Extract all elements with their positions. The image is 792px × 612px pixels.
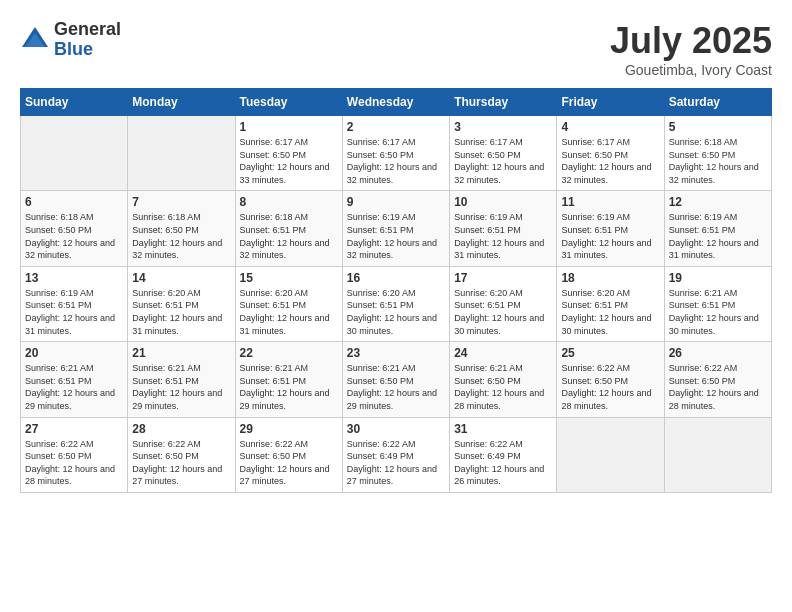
day-info: Sunrise: 6:17 AMSunset: 6:50 PMDaylight:… [240, 136, 338, 186]
calendar-week: 20Sunrise: 6:21 AMSunset: 6:51 PMDayligh… [21, 342, 772, 417]
day-info: Sunrise: 6:21 AMSunset: 6:51 PMDaylight:… [240, 362, 338, 412]
day-number: 12 [669, 195, 767, 209]
calendar-cell: 9Sunrise: 6:19 AMSunset: 6:51 PMDaylight… [342, 191, 449, 266]
calendar-cell: 4Sunrise: 6:17 AMSunset: 6:50 PMDaylight… [557, 116, 664, 191]
day-number: 20 [25, 346, 123, 360]
day-number: 25 [561, 346, 659, 360]
day-number: 7 [132, 195, 230, 209]
day-number: 16 [347, 271, 445, 285]
calendar-cell: 14Sunrise: 6:20 AMSunset: 6:51 PMDayligh… [128, 266, 235, 341]
day-info: Sunrise: 6:22 AMSunset: 6:50 PMDaylight:… [25, 438, 123, 488]
calendar-cell [557, 417, 664, 492]
day-info: Sunrise: 6:22 AMSunset: 6:49 PMDaylight:… [454, 438, 552, 488]
calendar-cell: 5Sunrise: 6:18 AMSunset: 6:50 PMDaylight… [664, 116, 771, 191]
calendar-cell: 20Sunrise: 6:21 AMSunset: 6:51 PMDayligh… [21, 342, 128, 417]
day-number: 2 [347, 120, 445, 134]
day-number: 15 [240, 271, 338, 285]
day-number: 30 [347, 422, 445, 436]
calendar-cell: 10Sunrise: 6:19 AMSunset: 6:51 PMDayligh… [450, 191, 557, 266]
calendar-cell: 1Sunrise: 6:17 AMSunset: 6:50 PMDaylight… [235, 116, 342, 191]
calendar-cell: 17Sunrise: 6:20 AMSunset: 6:51 PMDayligh… [450, 266, 557, 341]
calendar-cell: 12Sunrise: 6:19 AMSunset: 6:51 PMDayligh… [664, 191, 771, 266]
day-info: Sunrise: 6:17 AMSunset: 6:50 PMDaylight:… [454, 136, 552, 186]
calendar-cell: 7Sunrise: 6:18 AMSunset: 6:50 PMDaylight… [128, 191, 235, 266]
header-day: Wednesday [342, 89, 449, 116]
day-number: 26 [669, 346, 767, 360]
calendar-cell: 23Sunrise: 6:21 AMSunset: 6:50 PMDayligh… [342, 342, 449, 417]
day-info: Sunrise: 6:19 AMSunset: 6:51 PMDaylight:… [669, 211, 767, 261]
day-number: 29 [240, 422, 338, 436]
calendar-table: SundayMondayTuesdayWednesdayThursdayFrid… [20, 88, 772, 493]
logo-icon [20, 25, 50, 55]
calendar-cell: 24Sunrise: 6:21 AMSunset: 6:50 PMDayligh… [450, 342, 557, 417]
calendar-cell: 25Sunrise: 6:22 AMSunset: 6:50 PMDayligh… [557, 342, 664, 417]
calendar-cell [21, 116, 128, 191]
calendar-cell: 28Sunrise: 6:22 AMSunset: 6:50 PMDayligh… [128, 417, 235, 492]
calendar-week: 6Sunrise: 6:18 AMSunset: 6:50 PMDaylight… [21, 191, 772, 266]
day-info: Sunrise: 6:19 AMSunset: 6:51 PMDaylight:… [454, 211, 552, 261]
calendar-week: 1Sunrise: 6:17 AMSunset: 6:50 PMDaylight… [21, 116, 772, 191]
day-number: 10 [454, 195, 552, 209]
day-info: Sunrise: 6:22 AMSunset: 6:50 PMDaylight:… [669, 362, 767, 412]
day-info: Sunrise: 6:19 AMSunset: 6:51 PMDaylight:… [561, 211, 659, 261]
day-number: 19 [669, 271, 767, 285]
day-info: Sunrise: 6:20 AMSunset: 6:51 PMDaylight:… [132, 287, 230, 337]
calendar-body: 1Sunrise: 6:17 AMSunset: 6:50 PMDaylight… [21, 116, 772, 493]
calendar-cell: 16Sunrise: 6:20 AMSunset: 6:51 PMDayligh… [342, 266, 449, 341]
header-row: SundayMondayTuesdayWednesdayThursdayFrid… [21, 89, 772, 116]
day-number: 3 [454, 120, 552, 134]
calendar-cell: 31Sunrise: 6:22 AMSunset: 6:49 PMDayligh… [450, 417, 557, 492]
day-info: Sunrise: 6:18 AMSunset: 6:51 PMDaylight:… [240, 211, 338, 261]
day-number: 6 [25, 195, 123, 209]
calendar-cell: 8Sunrise: 6:18 AMSunset: 6:51 PMDaylight… [235, 191, 342, 266]
calendar-cell: 26Sunrise: 6:22 AMSunset: 6:50 PMDayligh… [664, 342, 771, 417]
header-day: Saturday [664, 89, 771, 116]
day-info: Sunrise: 6:20 AMSunset: 6:51 PMDaylight:… [347, 287, 445, 337]
calendar-cell: 13Sunrise: 6:19 AMSunset: 6:51 PMDayligh… [21, 266, 128, 341]
day-number: 24 [454, 346, 552, 360]
calendar-cell: 30Sunrise: 6:22 AMSunset: 6:49 PMDayligh… [342, 417, 449, 492]
logo: General Blue [20, 20, 121, 60]
day-number: 11 [561, 195, 659, 209]
header-day: Monday [128, 89, 235, 116]
day-info: Sunrise: 6:21 AMSunset: 6:51 PMDaylight:… [25, 362, 123, 412]
day-number: 28 [132, 422, 230, 436]
calendar-cell: 2Sunrise: 6:17 AMSunset: 6:50 PMDaylight… [342, 116, 449, 191]
header-day: Friday [557, 89, 664, 116]
page-header: General Blue July 2025 Gouetimba, Ivory … [20, 20, 772, 78]
day-number: 1 [240, 120, 338, 134]
calendar-cell: 15Sunrise: 6:20 AMSunset: 6:51 PMDayligh… [235, 266, 342, 341]
day-info: Sunrise: 6:19 AMSunset: 6:51 PMDaylight:… [25, 287, 123, 337]
day-number: 21 [132, 346, 230, 360]
header-day: Thursday [450, 89, 557, 116]
day-number: 17 [454, 271, 552, 285]
day-info: Sunrise: 6:19 AMSunset: 6:51 PMDaylight:… [347, 211, 445, 261]
header-day: Sunday [21, 89, 128, 116]
calendar-cell: 18Sunrise: 6:20 AMSunset: 6:51 PMDayligh… [557, 266, 664, 341]
day-info: Sunrise: 6:22 AMSunset: 6:50 PMDaylight:… [561, 362, 659, 412]
location-subtitle: Gouetimba, Ivory Coast [610, 62, 772, 78]
calendar-cell [664, 417, 771, 492]
calendar-cell: 3Sunrise: 6:17 AMSunset: 6:50 PMDaylight… [450, 116, 557, 191]
day-info: Sunrise: 6:18 AMSunset: 6:50 PMDaylight:… [132, 211, 230, 261]
logo-blue: Blue [54, 40, 121, 60]
calendar-cell: 22Sunrise: 6:21 AMSunset: 6:51 PMDayligh… [235, 342, 342, 417]
calendar-header: SundayMondayTuesdayWednesdayThursdayFrid… [21, 89, 772, 116]
day-number: 4 [561, 120, 659, 134]
logo-text: General Blue [54, 20, 121, 60]
calendar-cell: 6Sunrise: 6:18 AMSunset: 6:50 PMDaylight… [21, 191, 128, 266]
title-block: July 2025 Gouetimba, Ivory Coast [610, 20, 772, 78]
day-info: Sunrise: 6:22 AMSunset: 6:49 PMDaylight:… [347, 438, 445, 488]
calendar-week: 27Sunrise: 6:22 AMSunset: 6:50 PMDayligh… [21, 417, 772, 492]
day-number: 27 [25, 422, 123, 436]
day-number: 8 [240, 195, 338, 209]
day-info: Sunrise: 6:21 AMSunset: 6:50 PMDaylight:… [454, 362, 552, 412]
calendar-cell: 27Sunrise: 6:22 AMSunset: 6:50 PMDayligh… [21, 417, 128, 492]
day-info: Sunrise: 6:17 AMSunset: 6:50 PMDaylight:… [347, 136, 445, 186]
calendar-week: 13Sunrise: 6:19 AMSunset: 6:51 PMDayligh… [21, 266, 772, 341]
day-number: 31 [454, 422, 552, 436]
day-info: Sunrise: 6:20 AMSunset: 6:51 PMDaylight:… [240, 287, 338, 337]
day-number: 5 [669, 120, 767, 134]
logo-general: General [54, 20, 121, 40]
day-info: Sunrise: 6:22 AMSunset: 6:50 PMDaylight:… [240, 438, 338, 488]
